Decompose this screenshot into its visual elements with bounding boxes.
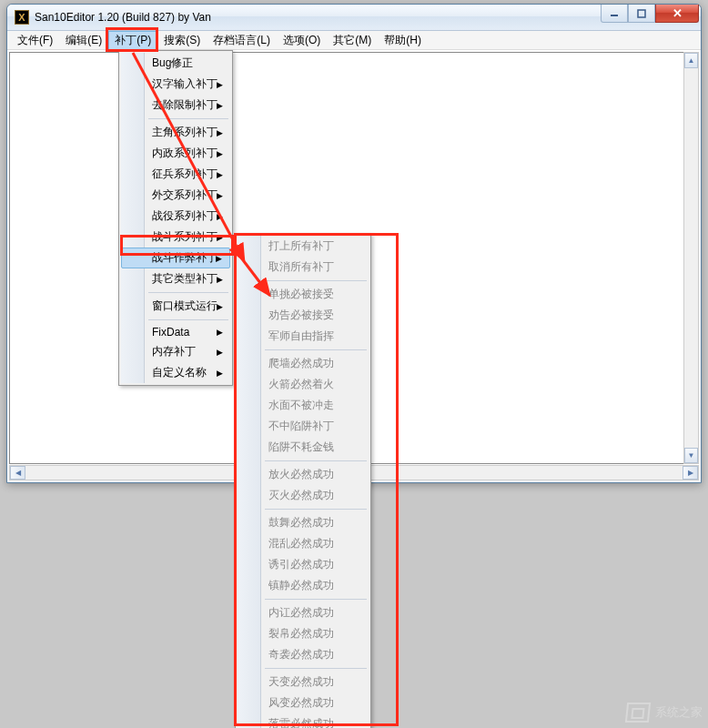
dropdown-item[interactable]: 内政系列补丁▶ bbox=[121, 143, 230, 164]
submenu-arrow-icon: ▶ bbox=[217, 328, 223, 337]
menu-item[interactable]: 选项(O) bbox=[277, 31, 327, 50]
dropdown-item-label: 内政系列补丁 bbox=[152, 147, 217, 159]
submenu-arrow-icon: ▶ bbox=[217, 348, 223, 357]
submenu-arrow-icon: ▶ bbox=[217, 80, 223, 89]
dropdown-item-label: 外交系列补丁 bbox=[152, 188, 217, 201]
dropdown-item-label: 战斗系列补丁 bbox=[152, 230, 217, 243]
submenu-arrow-icon: ▶ bbox=[216, 254, 222, 263]
dropdown-item[interactable]: 战斗系列补丁▶ bbox=[121, 227, 230, 248]
menu-item[interactable]: 其它(M) bbox=[327, 31, 378, 50]
menu-item[interactable]: 帮助(H) bbox=[378, 31, 428, 50]
submenu-arrow-icon: ▶ bbox=[217, 149, 223, 158]
dropdown-item-label: 其它类型补丁 bbox=[152, 272, 217, 285]
dropdown-item-label: 征兵系列补丁 bbox=[152, 167, 217, 180]
dropdown-item[interactable]: 外交系列补丁▶ bbox=[121, 185, 230, 206]
dropdown-item-label: 窗口模式运行 bbox=[152, 299, 217, 312]
watermark: 系统之家 bbox=[626, 703, 703, 723]
dropdown-item[interactable]: 征兵系列补丁▶ bbox=[121, 164, 230, 185]
dropdown-item-label: 主角系列补丁 bbox=[152, 126, 217, 138]
submenu-arrow-icon: ▶ bbox=[217, 302, 223, 311]
svg-rect-0 bbox=[611, 15, 618, 16]
dropdown-item[interactable]: FixData▶ bbox=[121, 323, 230, 341]
titlebar[interactable]: X San10Editor 1.20 (Build 827) by Van ✕ bbox=[7, 5, 701, 31]
svg-rect-1 bbox=[638, 10, 645, 17]
scroll-right-arrow[interactable]: ▶ bbox=[683, 466, 698, 480]
dropdown-item[interactable]: 战斗作弊补丁▶ bbox=[121, 248, 230, 268]
scroll-down-arrow[interactable]: ▼ bbox=[684, 448, 698, 463]
dropdown-item[interactable]: 其它类型补丁▶ bbox=[121, 268, 230, 289]
scroll-left-arrow[interactable]: ◀ bbox=[10, 466, 25, 480]
patch-dropdown: Bug修正汉字输入补丁▶去除限制补丁▶主角系列补丁▶内政系列补丁▶征兵系列补丁▶… bbox=[118, 50, 233, 386]
dropdown-item-label: Bug修正 bbox=[152, 56, 193, 69]
dropdown-item-label: 战役系列补丁 bbox=[152, 209, 217, 222]
dropdown-item-label: FixData bbox=[152, 326, 189, 339]
watermark-text: 系统之家 bbox=[655, 704, 703, 721]
submenu-arrow-icon: ▶ bbox=[217, 191, 223, 200]
minimize-button[interactable] bbox=[601, 5, 628, 23]
dropdown-item[interactable]: 主角系列补丁▶ bbox=[121, 122, 230, 143]
menu-item[interactable]: 搜索(S) bbox=[157, 31, 207, 50]
dropdown-item-label: 汉字输入补丁 bbox=[152, 77, 217, 90]
dropdown-icon-column bbox=[238, 236, 261, 728]
combat-cheat-submenu: 打上所有补丁取消所有补丁单挑必被接受劝告必被接受军师自由指挥爬墙必然成功火箭必然… bbox=[235, 233, 371, 728]
menu-item[interactable]: 编辑(E) bbox=[59, 31, 108, 50]
menu-item[interactable]: 文件(F) bbox=[11, 31, 59, 50]
app-icon: X bbox=[15, 10, 29, 25]
menu-item[interactable]: 补丁(P) bbox=[108, 31, 157, 50]
dropdown-item-label: 内存补丁 bbox=[152, 345, 196, 358]
vertical-scrollbar[interactable]: ▲ ▼ bbox=[683, 52, 699, 464]
submenu-arrow-icon: ▶ bbox=[217, 369, 223, 378]
submenu-arrow-icon: ▶ bbox=[217, 275, 223, 284]
dropdown-item[interactable]: 内存补丁▶ bbox=[121, 341, 230, 362]
window-controls: ✕ bbox=[601, 5, 699, 23]
dropdown-item[interactable]: 自定义名称▶ bbox=[121, 362, 230, 383]
dropdown-item[interactable]: 窗口模式运行▶ bbox=[121, 296, 230, 317]
dropdown-item[interactable]: 去除限制补丁▶ bbox=[121, 95, 230, 116]
dropdown-item-label: 自定义名称 bbox=[152, 366, 207, 379]
maximize-button[interactable] bbox=[628, 5, 655, 23]
dropdown-item[interactable]: 战役系列补丁▶ bbox=[121, 206, 230, 227]
dropdown-item-label: 战斗作弊补丁 bbox=[152, 251, 217, 264]
dropdown-item-label: 去除限制补丁 bbox=[152, 98, 217, 111]
watermark-logo-icon bbox=[625, 703, 651, 723]
submenu-arrow-icon: ▶ bbox=[217, 212, 223, 221]
submenu-arrow-icon: ▶ bbox=[217, 170, 223, 179]
scroll-up-arrow[interactable]: ▲ bbox=[684, 53, 698, 68]
close-button[interactable]: ✕ bbox=[655, 5, 699, 23]
dropdown-item[interactable]: 汉字输入补丁▶ bbox=[121, 74, 230, 95]
dropdown-item[interactable]: Bug修正 bbox=[121, 53, 230, 74]
menu-item[interactable]: 存档语言(L) bbox=[207, 31, 277, 50]
submenu-arrow-icon: ▶ bbox=[217, 233, 223, 242]
menubar: 文件(F)编辑(E)补丁(P)搜索(S)存档语言(L)选项(O)其它(M)帮助(… bbox=[7, 31, 701, 50]
submenu-arrow-icon: ▶ bbox=[217, 128, 223, 137]
submenu-arrow-icon: ▶ bbox=[217, 101, 223, 110]
